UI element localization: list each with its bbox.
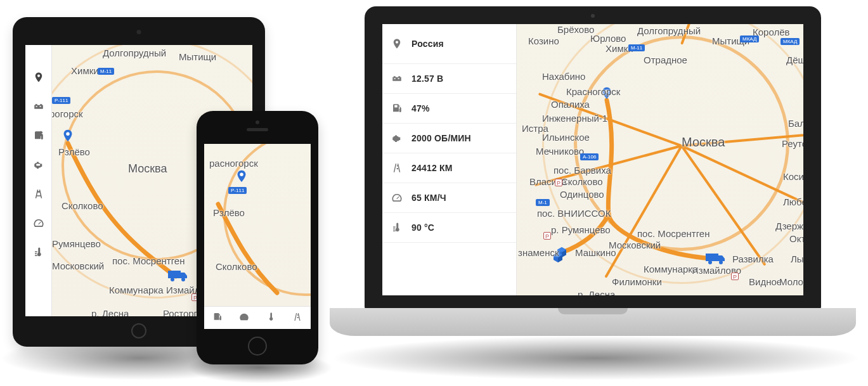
map-label: Реутов [782,138,803,149]
map-label: Долгопрудный [637,25,701,36]
map-label: Косино [783,171,803,182]
svg-point-4 [240,173,243,177]
map-pin-icon [235,169,249,183]
svg-point-2 [171,278,174,281]
laptop-lid: Россия 12.57 В 47% 2000 ОБ/МИН 24412 КМ [365,6,821,311]
map-label: Мытищи [179,51,216,62]
svg-point-8 [719,261,723,264]
map-label: Одинцово [560,189,604,200]
map-label: Рзлёво [213,207,245,218]
map-label: Сколково [561,176,603,187]
laptop-map[interactable]: Москва Долгопрудный Химки Мытищи Королёв… [517,24,803,295]
stat-location[interactable]: Россия [382,24,516,64]
map-label: Коммунарка [109,285,164,295]
phone-map[interactable]: расногорск Рзлёво Сколково Р-111 [204,144,311,306]
map-label: р. Румянцево [551,224,611,235]
road-badge: М-11 [98,68,114,75]
map-label: Развилка [732,254,774,264]
map-label: Молоково [779,276,803,287]
map-label: Отрадное [644,55,687,65]
laptop-screen: Россия 12.57 В 47% 2000 ОБ/МИН 24412 КМ [382,24,803,295]
map-label: Коммунарка [644,264,698,274]
map-label: рогорск [52,108,83,119]
map-label: Козино [528,35,559,46]
road-badge: МКАД [781,38,800,45]
sidebar-location-icon[interactable] [25,63,51,92]
map-label: Мечниково [536,146,584,157]
toolbar-thermometer-icon[interactable] [266,312,276,325]
stat-voltage[interactable]: 12.57 В [382,64,516,94]
map-label: Румянцево [52,238,101,249]
stat-fuel[interactable]: 47% [382,94,516,124]
phone-camera [256,120,259,124]
toolbar-speedometer-icon[interactable] [239,312,249,325]
stat-rpm[interactable]: 2000 ОБ/МИН [382,124,516,153]
phone-speaker [247,128,268,131]
phone-toolbar [204,306,311,329]
map-label: Видное [749,276,782,287]
laptop-base [330,308,856,336]
map-label: Долгопрудный [103,48,166,58]
map-label: р. Десна [578,289,615,295]
stat-location-value: Россия [411,39,444,49]
stat-speed-value: 65 КМ/Ч [411,193,446,203]
svg-rect-6 [706,254,718,261]
laptop-device: Россия 12.57 В 47% 2000 ОБ/МИН 24412 КМ [330,6,856,361]
map-label: Нахабино [542,71,585,82]
map-label: пос. Барвиха [554,165,611,176]
sidebar-thermometer-icon[interactable] [25,238,51,267]
stat-speed[interactable]: 65 КМ/Ч [382,183,516,213]
stat-temperature[interactable]: 90 °C [382,213,516,243]
sidebar-battery-icon[interactable] [25,92,51,121]
stat-odometer-value: 24412 КМ [411,163,453,173]
map-label: Юрлово [590,33,626,44]
tablet-camera [137,30,141,34]
tablet-home-button[interactable] [131,323,146,338]
map-label: Люберцы [783,196,803,207]
svg-rect-1 [168,271,181,278]
map-label: Инженерный-1 [542,113,607,124]
map-label: Филимонки [612,276,662,287]
map-label: Ильинское [542,132,590,143]
map-label: расногорск [209,158,258,169]
road-badge: М-1 [536,199,550,206]
map-label: Сколково [62,200,103,211]
map-label: Опалиха [551,99,590,110]
stat-voltage-value: 12.57 В [411,74,443,84]
map-label: Московский [52,261,104,271]
map-label: Балашиха [788,118,803,129]
sidebar-engine-icon[interactable] [25,150,51,179]
sidebar-road-icon[interactable] [25,179,51,209]
map-label: Дзержинский [775,221,803,231]
stat-rpm-value: 2000 ОБ/МИН [411,133,471,143]
toolbar-road-icon[interactable] [292,312,302,325]
laptop-camera [591,14,595,18]
map-pin-icon [61,129,75,143]
parking-icon: P [555,179,562,186]
map-label: Химки [71,65,99,76]
stat-odometer[interactable]: 24412 КМ [382,153,516,183]
sidebar-speedometer-icon[interactable] [25,209,51,238]
phone-home-button[interactable] [248,337,267,356]
map-label: Истра [522,123,548,134]
map-label: Брёхово [557,24,594,35]
stat-temperature-value: 90 °C [411,222,434,233]
truck-icon [168,268,188,282]
phone-device: расногорск Рзлёво Сколково Р-111 [197,111,318,364]
map-label: Москва [682,135,725,150]
map-label: Лыткарино [791,254,803,264]
svg-point-7 [708,261,712,264]
map-label: Октябрьский [789,233,803,244]
map-label: Сколково [216,261,257,272]
road-badge: МКАД [740,35,759,42]
parking-icon: P [731,273,739,280]
sidebar-fuel-icon[interactable] [25,121,51,150]
svg-point-3 [181,278,185,281]
toolbar-fuel-icon[interactable] [212,312,223,325]
truck-icon [706,251,726,265]
tablet-sidebar [25,45,52,316]
stat-fuel-value: 47% [411,103,430,113]
road-badge: Р-111 [52,97,70,104]
map-label: Рзлёво [58,146,90,157]
road-badge: Р-111 [228,187,247,194]
